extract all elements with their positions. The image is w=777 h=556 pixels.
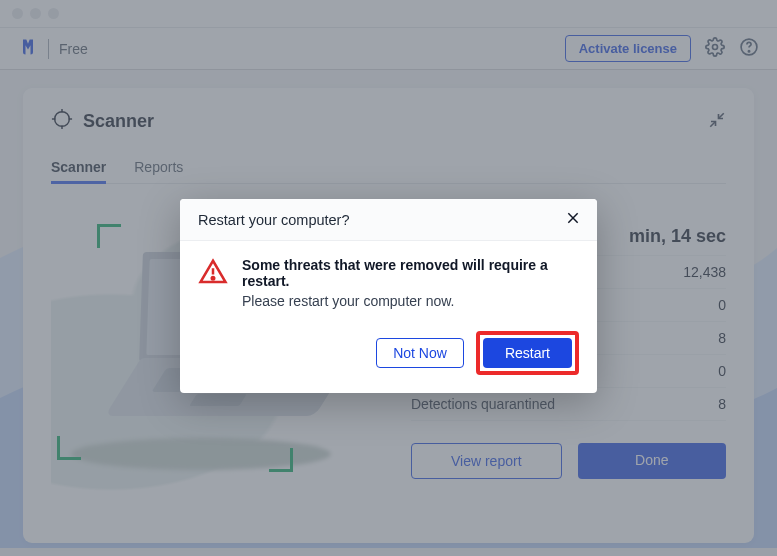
not-now-button[interactable]: Not Now [376,338,464,368]
modal-body-text: Please restart your computer now. [242,293,579,309]
restart-highlight: Restart [476,331,579,375]
modal-heading: Some threats that were removed will requ… [242,257,579,289]
svg-point-13 [212,277,215,280]
restart-button[interactable]: Restart [483,338,572,368]
restart-modal: Restart your computer? Some threats that… [180,199,597,393]
close-icon[interactable] [565,210,581,230]
modal-title: Restart your computer? [198,212,350,228]
warning-icon [198,257,228,291]
